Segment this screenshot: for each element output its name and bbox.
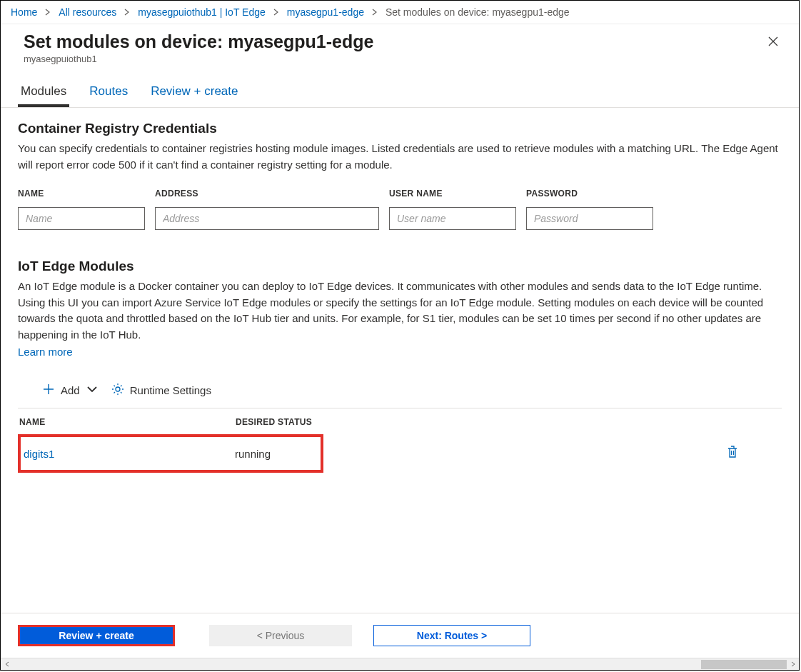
cred-name-input[interactable] bbox=[18, 207, 145, 230]
module-name-link[interactable]: digits1 bbox=[21, 448, 235, 460]
cred-address-input[interactable] bbox=[155, 207, 379, 230]
breadcrumb: Home All resources myasegpuiothub1 | IoT… bbox=[1, 1, 799, 24]
plus-icon bbox=[42, 383, 55, 398]
close-icon bbox=[767, 37, 779, 49]
add-label: Add bbox=[61, 384, 80, 396]
cred-password-input[interactable] bbox=[526, 207, 653, 230]
col-status-header: DESIRED STATUS bbox=[236, 417, 782, 427]
scroll-right-button[interactable] bbox=[787, 658, 799, 671]
breadcrumb-current: Set modules on device: myasegpu1-edge bbox=[386, 6, 570, 18]
chevron-right-icon bbox=[44, 9, 51, 16]
runtime-label: Runtime Settings bbox=[130, 384, 211, 396]
col-name-header: NAME bbox=[18, 417, 236, 427]
review-create-button[interactable]: Review + create bbox=[18, 625, 175, 646]
page-title: Set modules on device: myasegpu1-edge bbox=[24, 31, 373, 52]
close-button[interactable] bbox=[763, 31, 783, 54]
cred-user-label: USER NAME bbox=[389, 189, 516, 199]
tab-bar: Modules Routes Review + create bbox=[1, 74, 799, 108]
modules-desc: An IoT Edge module is a Docker container… bbox=[18, 279, 782, 343]
runtime-settings-button[interactable]: Runtime Settings bbox=[111, 383, 211, 398]
previous-button[interactable]: < Previous bbox=[209, 625, 352, 646]
svg-point-0 bbox=[116, 387, 120, 391]
breadcrumb-iot-edge[interactable]: myasegpuiothub1 | IoT Edge bbox=[138, 6, 266, 18]
chevron-down-icon bbox=[86, 383, 99, 398]
modules-title: IoT Edge Modules bbox=[18, 259, 782, 274]
horizontal-scrollbar[interactable] bbox=[1, 658, 799, 670]
cred-user-input[interactable] bbox=[389, 207, 516, 230]
breadcrumb-device[interactable]: myasegpu1-edge bbox=[287, 6, 364, 18]
chevron-right-icon bbox=[371, 9, 378, 16]
credentials-title: Container Registry Credentials bbox=[18, 121, 782, 136]
scrollbar-track[interactable] bbox=[13, 658, 787, 671]
cred-password-label: PASSWORD bbox=[526, 189, 653, 199]
next-button[interactable]: Next: Routes > bbox=[373, 625, 530, 646]
chevron-right-icon bbox=[273, 9, 280, 16]
chevron-right-icon bbox=[124, 9, 131, 16]
tab-routes[interactable]: Routes bbox=[86, 84, 131, 107]
breadcrumb-home[interactable]: Home bbox=[11, 6, 37, 18]
gear-icon bbox=[111, 383, 124, 398]
learn-more-link[interactable]: Learn more bbox=[18, 346, 73, 358]
module-status: running bbox=[235, 448, 271, 460]
module-row[interactable]: digits1 running bbox=[18, 434, 323, 473]
credentials-desc: You can specify credentials to container… bbox=[18, 141, 782, 173]
scroll-left-button[interactable] bbox=[1, 658, 13, 671]
page-subtitle: myasegpuiothub1 bbox=[24, 54, 373, 64]
tab-review-create[interactable]: Review + create bbox=[148, 84, 241, 107]
trash-icon bbox=[726, 449, 739, 461]
cred-name-label: NAME bbox=[18, 189, 145, 199]
scrollbar-thumb[interactable] bbox=[701, 660, 787, 669]
cred-address-label: ADDRESS bbox=[155, 189, 379, 199]
delete-module-button[interactable] bbox=[726, 445, 739, 462]
tab-modules[interactable]: Modules bbox=[18, 84, 69, 107]
breadcrumb-all-resources[interactable]: All resources bbox=[59, 6, 116, 18]
add-module-button[interactable]: Add bbox=[42, 383, 99, 398]
